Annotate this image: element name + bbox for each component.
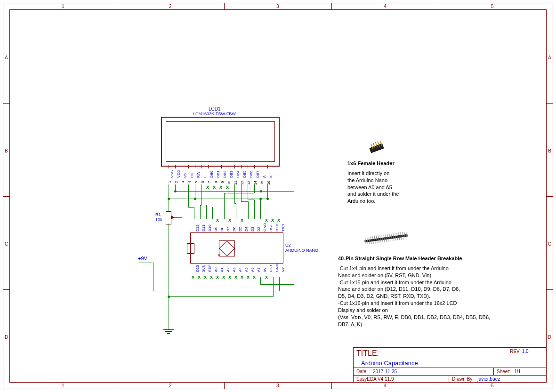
wire xyxy=(169,296,274,297)
wire xyxy=(169,224,169,329)
nc-icon: x xyxy=(226,184,229,190)
wire xyxy=(234,184,235,203)
col-num-4b: 4 xyxy=(384,383,387,388)
nc-icon: x xyxy=(216,217,219,223)
wire xyxy=(267,184,268,199)
tick xyxy=(3,196,9,197)
tick xyxy=(117,383,117,389)
tool-value: EasyEDA V4.11.9 xyxy=(354,376,449,383)
pot-val: 10k xyxy=(155,217,162,222)
nc-icon: x xyxy=(213,184,216,190)
row-d: D xyxy=(5,335,8,340)
wire xyxy=(248,200,254,200)
notes-female-header: 1x6 Female Header Insert it directly on … xyxy=(347,160,446,205)
col-num-3b: 3 xyxy=(276,383,279,388)
lcd-screen xyxy=(166,121,275,162)
nc-icon: x xyxy=(216,274,219,280)
wire xyxy=(260,284,294,285)
junction xyxy=(266,198,269,200)
wire xyxy=(254,200,255,219)
notes-male-header: 40-Pin Straight Single Row Male Header B… xyxy=(338,255,512,328)
wire xyxy=(174,217,182,218)
rev-label: REV: xyxy=(510,349,521,354)
male-header-icon xyxy=(363,232,410,245)
lcd-part: LCM1602K-FSW-FBW xyxy=(193,112,236,116)
wire xyxy=(153,263,153,291)
drawnby-label: Drawn By: xyxy=(452,376,474,382)
row-c-r: C xyxy=(548,241,551,247)
nc-icon: x xyxy=(228,217,231,223)
col-num-5b: 5 xyxy=(491,383,494,388)
mcu-chip-icon xyxy=(219,240,235,256)
title-label: TITLE: xyxy=(356,349,504,358)
junction xyxy=(194,198,196,200)
tick xyxy=(439,383,439,389)
title-block: TITLE: Arduino Capacitance REV: 1.0 Date… xyxy=(353,347,547,383)
wire xyxy=(224,193,225,219)
female-header-icon xyxy=(366,136,390,155)
usb-icon xyxy=(187,243,194,254)
nc-icon: x xyxy=(265,217,268,223)
wire xyxy=(194,207,194,219)
wire xyxy=(206,205,207,219)
wire xyxy=(224,193,254,193)
wire xyxy=(169,184,169,199)
junction xyxy=(168,296,170,298)
wire xyxy=(248,184,248,200)
row-a: A xyxy=(5,55,8,60)
row-b: B xyxy=(5,148,8,153)
nc-icon: x xyxy=(265,274,268,280)
wire xyxy=(175,191,176,192)
nc-icon: x xyxy=(234,274,237,280)
title-value: Arduino Capacitance xyxy=(356,358,504,367)
nc-icon: x xyxy=(247,274,250,280)
nano-part: ARDUINO NANO xyxy=(285,248,318,253)
wire xyxy=(273,277,274,296)
wire xyxy=(188,207,194,208)
chip-pin1-dot xyxy=(218,254,220,256)
tick xyxy=(331,3,332,9)
wire xyxy=(248,201,249,219)
sheet-label: Sheet: xyxy=(497,369,510,374)
col-num-1b: 1 xyxy=(62,383,64,388)
tick xyxy=(547,196,553,197)
row-c: C xyxy=(5,241,8,247)
drawnby-value: javier.baez xyxy=(477,376,500,382)
tick xyxy=(439,3,439,9)
nc-icon: x xyxy=(277,217,280,223)
junction xyxy=(259,198,262,200)
wire xyxy=(279,277,280,291)
nc-icon: x xyxy=(206,184,209,190)
wire xyxy=(294,191,294,284)
tick xyxy=(547,289,553,290)
col-num-3: 3 xyxy=(276,4,279,9)
wire xyxy=(241,201,248,202)
tick xyxy=(547,103,553,104)
wire xyxy=(261,191,294,192)
tick xyxy=(3,289,9,290)
wire xyxy=(200,205,201,219)
tick xyxy=(224,383,225,389)
col-num-2: 2 xyxy=(169,4,172,9)
notes2-heading: 40-Pin Straight Single Row Male Header B… xyxy=(338,255,512,262)
wire xyxy=(169,207,169,211)
wire xyxy=(182,184,182,217)
nc-icon: x xyxy=(253,274,256,280)
potentiometer xyxy=(166,211,171,224)
nc-icon: x xyxy=(222,274,225,280)
wire xyxy=(153,291,279,291)
nc-icon: x xyxy=(241,274,243,280)
nc-icon: x xyxy=(204,274,207,280)
tick xyxy=(3,103,9,104)
schematic-sheet: 1 2 3 4 5 1 2 3 4 5 A B C D A B C D LCD1… xyxy=(0,0,556,392)
nc-icon: x xyxy=(241,217,243,223)
col-num-4: 4 xyxy=(384,4,387,9)
wire xyxy=(260,199,261,219)
wire xyxy=(188,184,189,207)
lcd-symbol xyxy=(161,117,280,167)
date-value: 2017-11-25 xyxy=(373,369,397,374)
nc-icon: x xyxy=(192,274,194,280)
wire xyxy=(236,203,236,219)
col-num-5: 5 xyxy=(491,4,494,9)
tick xyxy=(117,3,117,9)
